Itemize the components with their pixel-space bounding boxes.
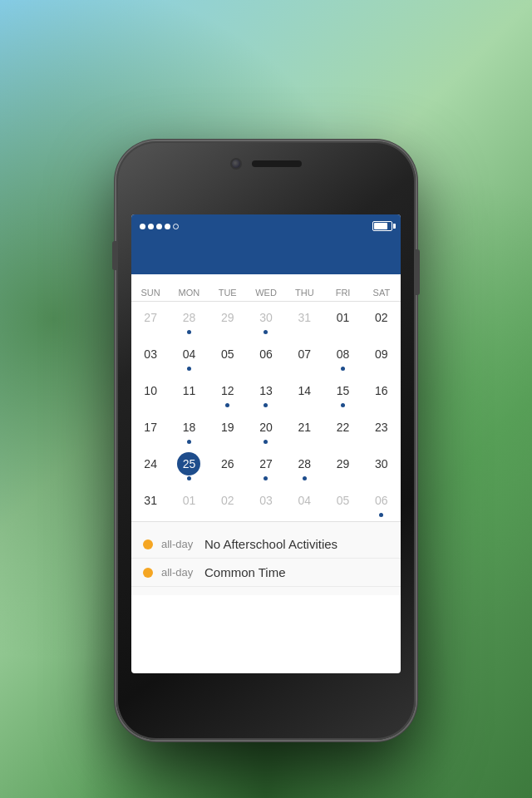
calendar-day[interactable]: 02 — [209, 485, 247, 521]
calendar-day[interactable]: 05 — [323, 485, 362, 521]
day-number: 30 — [370, 452, 393, 475]
calendar-day[interactable]: 05 — [209, 338, 247, 375]
calendar-day[interactable]: 28 — [285, 448, 323, 485]
calendar-day[interactable]: 17 — [131, 411, 170, 448]
battery-indicator — [372, 221, 392, 231]
calendar-day[interactable]: 13 — [247, 375, 285, 411]
calendar-day[interactable]: 08 — [323, 338, 362, 375]
calendar-day[interactable]: 10 — [131, 375, 170, 411]
calendar-day[interactable]: 20 — [247, 411, 285, 448]
day-number: 02 — [370, 306, 393, 329]
day-number: 27 — [139, 306, 162, 329]
navigation-bar — [131, 238, 401, 274]
day-number: 01 — [332, 306, 355, 329]
event-dot — [303, 476, 307, 480]
event-dot — [341, 403, 345, 407]
day-number: 11 — [177, 379, 200, 402]
battery-icon — [372, 221, 392, 231]
day-number: 02 — [216, 489, 239, 512]
day-number: 12 — [216, 379, 239, 402]
calendar-day[interactable]: 31 — [131, 485, 170, 521]
event-dot — [264, 330, 268, 334]
calendar-day[interactable]: 28 — [170, 302, 208, 338]
calendar-day[interactable]: 07 — [285, 338, 323, 375]
day-number: 29 — [332, 452, 355, 475]
calendar-day[interactable]: 06 — [247, 338, 285, 375]
calendar-day[interactable]: 27 — [131, 302, 170, 338]
event-dot — [264, 440, 268, 444]
event-title: No Afterschool Activities — [204, 537, 337, 551]
calendar-day[interactable]: 04 — [285, 485, 323, 521]
signal-dot-2 — [148, 224, 154, 229]
day-number: 03 — [254, 489, 278, 512]
calendar-day[interactable]: 16 — [362, 375, 401, 411]
calendar-day[interactable]: 19 — [209, 411, 247, 448]
calendar-day[interactable]: 03 — [247, 485, 285, 521]
calendar-day[interactable]: 30 — [247, 302, 285, 338]
day-number: 29 — [216, 306, 239, 329]
event-dot — [187, 440, 191, 444]
power-button — [416, 249, 420, 295]
day-number: 08 — [332, 342, 355, 366]
event-dot — [341, 367, 345, 371]
day-header-tue: TUE — [209, 286, 247, 299]
event-row[interactable]: all-dayNo Afterschool Activities — [131, 530, 401, 559]
day-number: 05 — [332, 489, 355, 512]
calendar-day[interactable]: 09 — [362, 338, 401, 375]
day-header-mon: MON — [170, 286, 208, 299]
calendar-day[interactable]: 01 — [170, 485, 208, 521]
day-number: 01 — [177, 489, 200, 512]
day-number: 13 — [254, 379, 278, 402]
event-dot — [264, 403, 268, 407]
calendar-day[interactable]: 24 — [131, 448, 170, 485]
calendar-day[interactable]: 29 — [323, 448, 362, 485]
event-time: all-day — [161, 566, 196, 579]
day-headers: SUNMONTUEWEDTHUFRISAT — [131, 284, 401, 302]
calendar-day[interactable]: 26 — [209, 448, 247, 485]
day-number: 15 — [332, 379, 355, 402]
day-number: 06 — [370, 489, 393, 512]
calendar-day[interactable]: 01 — [323, 302, 362, 338]
calendar-day[interactable]: 25 — [170, 448, 208, 485]
calendar-day[interactable]: 21 — [285, 411, 323, 448]
calendar-day[interactable]: 02 — [362, 302, 401, 338]
calendar-day[interactable]: 04 — [170, 338, 208, 375]
day-header-sun: SUN — [131, 286, 170, 299]
calendar-day[interactable]: 14 — [285, 375, 323, 411]
calendar-day[interactable]: 03 — [131, 338, 170, 375]
day-number: 26 — [216, 452, 239, 475]
day-number: 21 — [293, 416, 316, 439]
calendar-day[interactable]: 22 — [323, 411, 362, 448]
event-dot — [187, 476, 191, 480]
calendar-day[interactable]: 12 — [209, 375, 247, 411]
day-number: 25 — [177, 452, 200, 475]
calendar-day[interactable]: 30 — [362, 448, 401, 485]
day-number: 27 — [254, 452, 278, 475]
event-color-dot — [143, 539, 153, 549]
day-number: 04 — [293, 489, 316, 512]
day-number: 31 — [293, 306, 316, 329]
day-number: 20 — [254, 416, 278, 439]
events-section: all-dayNo Afterschool Activitiesall-dayC… — [131, 521, 401, 595]
day-number: 31 — [139, 489, 162, 512]
calendar-day[interactable]: 29 — [209, 302, 247, 338]
day-number: 06 — [254, 342, 278, 366]
day-number: 17 — [139, 416, 162, 439]
calendar-day[interactable]: 31 — [285, 302, 323, 338]
event-dot — [187, 330, 191, 334]
calendar-day[interactable]: 15 — [323, 375, 362, 411]
day-number: 07 — [293, 342, 316, 366]
calendar-day[interactable]: 18 — [170, 411, 208, 448]
day-number: 18 — [177, 416, 200, 439]
calendar-day[interactable]: 11 — [170, 375, 208, 411]
calendar-day[interactable]: 27 — [247, 448, 285, 485]
event-dot — [379, 513, 383, 517]
day-header-wed: WED — [247, 286, 285, 299]
signal-indicator — [140, 224, 179, 229]
signal-dot-4 — [165, 224, 170, 229]
calendar-day[interactable]: 23 — [362, 411, 401, 448]
calendar-day[interactable]: 06 — [362, 485, 401, 521]
battery-fill — [374, 223, 387, 229]
event-dot — [225, 403, 229, 407]
event-row[interactable]: all-dayCommon Time — [131, 559, 401, 587]
